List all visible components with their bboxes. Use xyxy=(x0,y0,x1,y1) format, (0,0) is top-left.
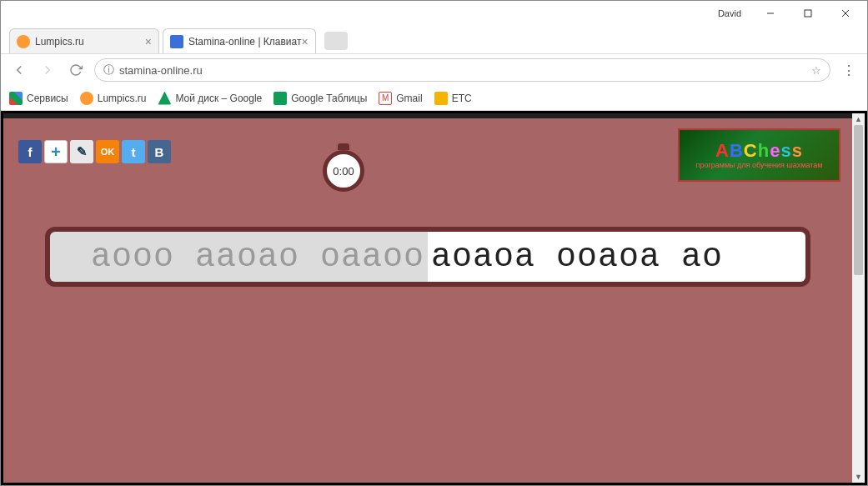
bookmark-star-icon[interactable]: ☆ xyxy=(811,64,821,77)
share-livejournal[interactable]: ✎ xyxy=(70,140,93,163)
back-button[interactable] xyxy=(9,60,29,80)
menu-button[interactable]: ⋮ xyxy=(839,60,859,80)
bookmark-icon xyxy=(273,92,287,105)
reload-button[interactable] xyxy=(66,60,86,80)
bookmark-label: Мой диск – Google xyxy=(175,93,262,104)
stopwatch-crown-icon xyxy=(338,143,349,150)
scrollbar-thumb[interactable] xyxy=(854,125,863,275)
stopwatch: 0:00 xyxy=(320,143,367,190)
tab-lumpics[interactable]: Lumpics.ru × xyxy=(9,28,159,53)
odnoklassniki-icon: OK xyxy=(101,147,115,157)
ad-title: ABChess xyxy=(715,140,803,162)
close-button[interactable] xyxy=(826,2,864,25)
bookmark-icon: M xyxy=(379,92,392,105)
bookmark-label: Lumpics.ru xyxy=(98,93,147,104)
maximize-button[interactable] xyxy=(789,2,826,25)
ad-banner[interactable]: ABChess программы для обучения шахматам xyxy=(678,128,840,182)
share-twitter[interactable]: t xyxy=(122,140,145,163)
window-titlebar: David xyxy=(1,1,867,26)
bookmark-label: Gmail xyxy=(396,93,422,104)
bookmark-icon xyxy=(434,92,448,105)
profile-label[interactable]: David xyxy=(715,8,745,19)
svg-rect-1 xyxy=(805,10,811,17)
tab-title: Stamina-online | Клавиат xyxy=(188,36,301,48)
pending-text: аоаоа ооаоа ао xyxy=(428,232,805,282)
bookmark-label: Сервисы xyxy=(27,93,68,104)
share-facebook[interactable]: f xyxy=(18,140,42,163)
share-odnoklassniki[interactable]: OK xyxy=(96,140,119,163)
ad-subtitle: программы для обучения шахматам xyxy=(696,162,823,170)
content-area: f + ✎ OK t B 0:00 ABChess программы для … xyxy=(1,111,867,485)
tab-strip: Lumpics.ru × Stamina-online | Клавиат × xyxy=(1,26,867,54)
bookmark-icon xyxy=(80,92,93,105)
browser-window: David Lumpics.ru × Stamina-online | Клав… xyxy=(0,0,868,486)
share-google-plus[interactable]: + xyxy=(44,140,68,163)
favicon-icon xyxy=(17,35,30,48)
timer-value: 0:00 xyxy=(333,165,354,178)
scroll-up-icon[interactable]: ▲ xyxy=(852,113,865,125)
bookmark-etc[interactable]: ETC xyxy=(434,92,472,105)
bookmark-sheets[interactable]: Google Таблицы xyxy=(273,92,367,105)
apps-icon xyxy=(9,92,23,105)
forward-button[interactable] xyxy=(38,60,58,80)
close-tab-icon[interactable]: × xyxy=(145,35,152,48)
omnibox[interactable]: ⓘ stamina-online.ru ☆ xyxy=(94,58,830,82)
tab-title: Lumpics.ru xyxy=(35,36,84,48)
new-tab-button[interactable] xyxy=(324,32,348,50)
typing-area[interactable]: аооо ааоао оааоо аоаоа ооаоа ао xyxy=(45,227,810,287)
twitter-icon: t xyxy=(132,145,136,159)
bookmark-icon xyxy=(158,92,171,105)
bookmark-lumpics[interactable]: Lumpics.ru xyxy=(80,92,147,105)
page-viewport: f + ✎ OK t B 0:00 ABChess программы для … xyxy=(3,113,852,483)
bookmark-drive[interactable]: Мой диск – Google xyxy=(158,92,262,105)
url-text: stamina-online.ru xyxy=(119,64,811,77)
close-tab-icon[interactable]: × xyxy=(301,35,308,48)
livejournal-icon: ✎ xyxy=(77,144,88,159)
favicon-icon xyxy=(170,35,183,48)
typing-inner: аооо ааоао оааоо аоаоа ооаоа ао xyxy=(50,232,805,282)
minimize-button[interactable] xyxy=(751,2,789,25)
vkontakte-icon: B xyxy=(155,145,164,159)
bookmark-label: Google Таблицы xyxy=(291,93,367,104)
bookmarks-bar: Сервисы Lumpics.ru Мой диск – Google Goo… xyxy=(1,86,867,111)
tab-stamina[interactable]: Stamina-online | Клавиат × xyxy=(163,28,316,53)
facebook-icon: f xyxy=(28,145,33,159)
share-vkontakte[interactable]: B xyxy=(148,140,171,163)
site-info-icon[interactable]: ⓘ xyxy=(103,63,114,78)
bookmark-gmail[interactable]: MGmail xyxy=(379,92,422,105)
apps-shortcut[interactable]: Сервисы xyxy=(9,92,68,105)
scroll-down-icon[interactable]: ▼ xyxy=(852,471,865,483)
google-plus-icon: + xyxy=(51,143,61,162)
address-bar: ⓘ stamina-online.ru ☆ ⋮ xyxy=(1,54,867,86)
typed-text: аооо ааоао оааоо xyxy=(50,232,428,282)
stopwatch-face: 0:00 xyxy=(323,150,364,192)
vertical-scrollbar[interactable]: ▲ ▼ xyxy=(852,113,865,483)
bookmark-label: ETC xyxy=(452,93,472,104)
social-share-bar: f + ✎ OK t B xyxy=(18,140,171,163)
